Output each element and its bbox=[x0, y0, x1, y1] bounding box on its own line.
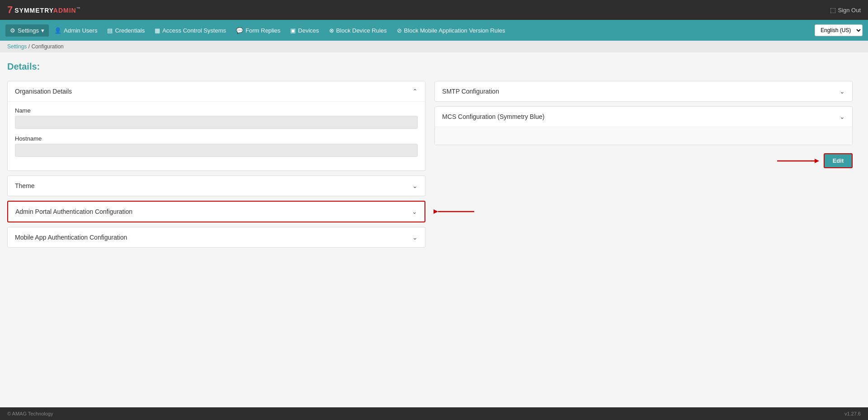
edit-button-area: Edit bbox=[434, 150, 853, 168]
nav-item-block-device-rules[interactable]: ⊗ Block Device Rules bbox=[325, 24, 392, 37]
form-replies-icon: 💬 bbox=[236, 27, 243, 34]
arrow-svg-edit bbox=[775, 156, 820, 166]
name-label: Name bbox=[15, 107, 418, 114]
chevron-down-icon-smtp: ⌄ bbox=[840, 88, 845, 95]
logo: 7 SYMMETRYADMIN™ bbox=[7, 5, 81, 15]
block-device-icon: ⊗ bbox=[329, 27, 334, 34]
nav-label-devices: Devices bbox=[298, 27, 319, 34]
edit-arrow-wrapper bbox=[775, 156, 820, 166]
logo-text: SYMMETRYADMIN™ bbox=[14, 6, 80, 14]
panel-org-details: Organisation Details ⌃ Name Hostname bbox=[7, 81, 425, 171]
nav-item-admin-users[interactable]: 👤 Admin Users bbox=[50, 24, 102, 37]
nav-label-settings: Settings bbox=[18, 27, 39, 34]
accordion-header-smtp[interactable]: SMTP Configuration ⌄ bbox=[435, 81, 852, 101]
breadcrumb-configuration: Configuration bbox=[31, 43, 63, 50]
chevron-up-icon: ⌃ bbox=[412, 88, 418, 95]
accordion-header-org-details[interactable]: Organisation Details ⌃ bbox=[8, 81, 425, 101]
chevron-down-icon-mcs: ⌄ bbox=[840, 113, 845, 120]
theme-title: Theme bbox=[15, 182, 35, 189]
footer: © AMAG Technology v1.27.6 bbox=[0, 407, 868, 420]
nav-label-admin-users: Admin Users bbox=[64, 27, 97, 34]
language-selector-wrapper[interactable]: English (US) bbox=[815, 24, 863, 36]
top-bar: 7 SYMMETRYADMIN™ ⬚ Sign Out bbox=[0, 0, 868, 20]
page-title: Details: bbox=[7, 61, 861, 72]
nav-bar: ⚙ Settings ▾ 👤 Admin Users ▤ Credentials… bbox=[0, 20, 868, 41]
main-content: Details: Organisation Details ⌃ Name Hos… bbox=[0, 52, 868, 407]
panel-admin-portal-auth: Admin Portal Authentication Configuratio… bbox=[7, 201, 425, 222]
nav-label-credentials: Credentials bbox=[115, 27, 145, 34]
accordion-header-mcs[interactable]: MCS Configuration (Symmetry Blue) ⌄ bbox=[435, 107, 852, 127]
breadcrumb: Settings / Configuration bbox=[0, 41, 868, 52]
sign-out-button[interactable]: ⬚ Sign Out bbox=[830, 6, 861, 14]
accordion-header-admin-portal-auth[interactable]: Admin Portal Authentication Configuratio… bbox=[8, 202, 425, 222]
accordion-header-mobile-app-auth[interactable]: Mobile App Authentication Configuration … bbox=[8, 227, 425, 247]
copyright: © AMAG Technology bbox=[7, 411, 53, 416]
admin-users-icon: 👤 bbox=[54, 27, 61, 34]
admin-portal-arrow bbox=[434, 206, 479, 217]
right-column: SMTP Configuration ⌄ MCS Configuration (… bbox=[434, 81, 853, 168]
nav-item-form-replies[interactable]: 💬 Form Replies bbox=[231, 24, 285, 37]
org-details-content: Name Hostname bbox=[8, 101, 425, 170]
nav-label-access-control: Access Control Systems bbox=[162, 27, 226, 34]
edit-button[interactable]: Edit bbox=[824, 153, 853, 168]
smtp-title: SMTP Configuration bbox=[442, 88, 499, 95]
nav-item-devices[interactable]: ▣ Devices bbox=[286, 24, 323, 37]
nav-item-access-control[interactable]: ▦ Access Control Systems bbox=[150, 24, 231, 37]
settings-icon: ⚙ bbox=[10, 27, 15, 34]
version: v1.27.6 bbox=[844, 411, 861, 416]
nav-label-block-mobile: Block Mobile Application Version Rules bbox=[404, 27, 505, 34]
hostname-field-group: Hostname bbox=[15, 135, 418, 157]
nav-items: ⚙ Settings ▾ 👤 Admin Users ▤ Credentials… bbox=[5, 24, 510, 37]
name-field-group: Name bbox=[15, 107, 418, 129]
chevron-down-icon-admin-portal: ⌄ bbox=[412, 208, 417, 215]
hostname-input[interactable] bbox=[15, 144, 418, 157]
credentials-icon: ▤ bbox=[107, 27, 113, 34]
language-select[interactable]: English (US) bbox=[815, 24, 863, 36]
svg-marker-3 bbox=[815, 159, 819, 163]
logo-icon: 7 bbox=[7, 5, 13, 15]
two-column-layout: Organisation Details ⌃ Name Hostname bbox=[7, 81, 861, 248]
panel-mcs: MCS Configuration (Symmetry Blue) ⌄ bbox=[434, 106, 853, 145]
chevron-down-icon-theme: ⌄ bbox=[412, 182, 418, 189]
name-input[interactable] bbox=[15, 116, 418, 129]
devices-icon: ▣ bbox=[290, 27, 296, 34]
nav-label-block-device-rules: Block Device Rules bbox=[336, 27, 387, 34]
sign-out-label: Sign Out bbox=[838, 7, 861, 14]
panel-theme: Theme ⌄ bbox=[7, 175, 425, 196]
block-mobile-icon: ⊘ bbox=[397, 27, 402, 34]
admin-portal-auth-title: Admin Portal Authentication Configuratio… bbox=[15, 208, 132, 215]
nav-label-form-replies: Form Replies bbox=[245, 27, 280, 34]
access-control-icon: ▦ bbox=[155, 27, 160, 34]
mcs-content bbox=[435, 127, 852, 145]
panel-mobile-app-auth: Mobile App Authentication Configuration … bbox=[7, 227, 425, 248]
sign-out-icon: ⬚ bbox=[830, 6, 836, 14]
breadcrumb-settings[interactable]: Settings bbox=[7, 43, 27, 50]
org-details-title: Organisation Details bbox=[15, 88, 72, 95]
chevron-down-icon-mobile-auth: ⌄ bbox=[412, 234, 418, 241]
accordion-header-theme[interactable]: Theme ⌄ bbox=[8, 176, 425, 196]
mcs-title: MCS Configuration (Symmetry Blue) bbox=[442, 113, 544, 120]
hostname-label: Hostname bbox=[15, 135, 418, 142]
arrow-svg-admin bbox=[434, 206, 479, 217]
panel-smtp: SMTP Configuration ⌄ bbox=[434, 81, 853, 102]
dropdown-icon: ▾ bbox=[41, 27, 44, 34]
nav-item-credentials[interactable]: ▤ Credentials bbox=[103, 24, 149, 37]
mobile-app-auth-title: Mobile App Authentication Configuration bbox=[15, 234, 127, 241]
nav-item-block-mobile[interactable]: ⊘ Block Mobile Application Version Rules bbox=[392, 24, 510, 37]
left-column: Organisation Details ⌃ Name Hostname bbox=[7, 81, 425, 248]
nav-item-settings[interactable]: ⚙ Settings ▾ bbox=[5, 24, 49, 37]
